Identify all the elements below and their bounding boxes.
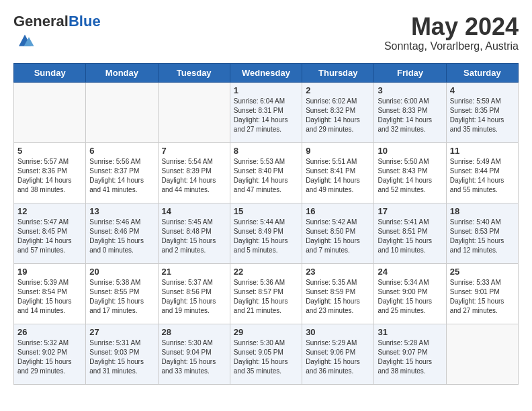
day-info: Sunrise: 5:53 AM Sunset: 8:40 PM Dayligh… [234, 157, 298, 195]
day-info: Sunrise: 5:32 AM Sunset: 9:02 PM Dayligh… [17, 338, 82, 376]
day-info: Sunrise: 5:37 AM Sunset: 8:56 PM Dayligh… [162, 278, 226, 316]
day-info: Sunrise: 5:41 AM Sunset: 8:51 PM Dayligh… [378, 218, 442, 255]
day-number: 30 [306, 327, 370, 337]
calendar-cell: 31Sunrise: 5:28 AM Sunset: 9:07 PM Dayli… [374, 324, 446, 385]
calendar-cell [14, 83, 86, 143]
calendar-cell: 25Sunrise: 5:33 AM Sunset: 9:01 PM Dayli… [446, 264, 518, 324]
calendar-cell: 8Sunrise: 5:53 AM Sunset: 8:40 PM Daylig… [230, 143, 302, 203]
day-number: 23 [306, 267, 370, 277]
day-number: 21 [162, 267, 226, 277]
weekday-header-thursday: Thursday [302, 64, 374, 83]
calendar-table: SundayMondayTuesdayWednesdayThursdayFrid… [13, 63, 519, 385]
day-info: Sunrise: 6:04 AM Sunset: 8:31 PM Dayligh… [234, 97, 298, 134]
calendar-cell: 22Sunrise: 5:36 AM Sunset: 8:57 PM Dayli… [230, 264, 302, 324]
day-number: 6 [89, 146, 154, 156]
calendar-cell [446, 324, 518, 385]
logo-general-text: General [13, 13, 69, 30]
calendar-cell: 1Sunrise: 6:04 AM Sunset: 8:31 PM Daylig… [230, 83, 302, 143]
day-number: 10 [378, 146, 442, 156]
day-info: Sunrise: 5:39 AM Sunset: 8:54 PM Dayligh… [17, 278, 82, 316]
calendar-cell: 29Sunrise: 5:30 AM Sunset: 9:05 PM Dayli… [230, 324, 302, 385]
calendar-week-row: 5Sunrise: 5:57 AM Sunset: 8:36 PM Daylig… [14, 143, 519, 203]
day-info: Sunrise: 5:33 AM Sunset: 9:01 PM Dayligh… [450, 278, 515, 316]
calendar-cell: 16Sunrise: 5:42 AM Sunset: 8:50 PM Dayli… [302, 203, 374, 264]
day-info: Sunrise: 5:45 AM Sunset: 8:48 PM Dayligh… [162, 218, 226, 255]
day-info: Sunrise: 5:34 AM Sunset: 9:00 PM Dayligh… [378, 278, 442, 316]
day-number: 19 [17, 267, 82, 277]
day-number: 24 [378, 267, 442, 277]
day-number: 9 [306, 146, 370, 156]
logo-blue-text: Blue [69, 13, 101, 30]
calendar-cell: 24Sunrise: 5:34 AM Sunset: 9:00 PM Dayli… [374, 264, 446, 324]
day-number: 16 [306, 206, 370, 216]
logo: GeneralBlue [13, 13, 101, 52]
day-number: 14 [162, 206, 226, 216]
calendar-cell: 23Sunrise: 5:35 AM Sunset: 8:59 PM Dayli… [302, 264, 374, 324]
day-number: 2 [306, 85, 370, 95]
day-info: Sunrise: 5:31 AM Sunset: 9:03 PM Dayligh… [89, 338, 154, 376]
calendar-cell: 4Sunrise: 5:59 AM Sunset: 8:35 PM Daylig… [446, 83, 518, 143]
calendar-cell: 7Sunrise: 5:54 AM Sunset: 8:39 PM Daylig… [158, 143, 230, 203]
day-number: 31 [378, 327, 442, 337]
calendar-cell: 5Sunrise: 5:57 AM Sunset: 8:36 PM Daylig… [14, 143, 86, 203]
day-number: 26 [17, 327, 82, 337]
day-info: Sunrise: 5:57 AM Sunset: 8:36 PM Dayligh… [17, 157, 82, 195]
calendar-cell [158, 83, 230, 143]
calendar-cell: 19Sunrise: 5:39 AM Sunset: 8:54 PM Dayli… [14, 264, 86, 324]
weekday-header-row: SundayMondayTuesdayWednesdayThursdayFrid… [14, 64, 519, 83]
day-number: 7 [162, 146, 226, 156]
calendar-cell: 14Sunrise: 5:45 AM Sunset: 8:48 PM Dayli… [158, 203, 230, 264]
day-info: Sunrise: 6:00 AM Sunset: 8:33 PM Dayligh… [378, 97, 442, 134]
day-number: 15 [234, 206, 298, 216]
title-block: May 2024 Sonntag, Vorarlberg, Austria [384, 13, 519, 52]
day-number: 12 [17, 206, 82, 216]
weekday-header-friday: Friday [374, 64, 446, 83]
day-info: Sunrise: 5:46 AM Sunset: 8:46 PM Dayligh… [89, 218, 154, 255]
calendar-cell: 11Sunrise: 5:49 AM Sunset: 8:44 PM Dayli… [446, 143, 518, 203]
day-info: Sunrise: 5:28 AM Sunset: 9:07 PM Dayligh… [378, 338, 442, 376]
page-header: GeneralBlue May 2024 Sonntag, Vorarlberg… [13, 13, 519, 52]
weekday-header-wednesday: Wednesday [230, 64, 302, 83]
calendar-cell: 9Sunrise: 5:51 AM Sunset: 8:41 PM Daylig… [302, 143, 374, 203]
location-title: Sonntag, Vorarlberg, Austria [384, 40, 519, 52]
day-info: Sunrise: 5:51 AM Sunset: 8:41 PM Dayligh… [306, 157, 370, 195]
calendar-cell: 10Sunrise: 5:50 AM Sunset: 8:43 PM Dayli… [374, 143, 446, 203]
day-info: Sunrise: 5:36 AM Sunset: 8:57 PM Dayligh… [234, 278, 298, 316]
day-info: Sunrise: 5:49 AM Sunset: 8:44 PM Dayligh… [450, 157, 515, 195]
day-info: Sunrise: 5:47 AM Sunset: 8:45 PM Dayligh… [17, 218, 82, 255]
day-info: Sunrise: 5:29 AM Sunset: 9:06 PM Dayligh… [306, 338, 370, 376]
calendar-cell: 13Sunrise: 5:46 AM Sunset: 8:46 PM Dayli… [86, 203, 158, 264]
weekday-header-saturday: Saturday [446, 64, 518, 83]
day-number: 17 [378, 206, 442, 216]
day-info: Sunrise: 6:02 AM Sunset: 8:32 PM Dayligh… [306, 97, 370, 134]
calendar-cell: 2Sunrise: 6:02 AM Sunset: 8:32 PM Daylig… [302, 83, 374, 143]
calendar-week-row: 19Sunrise: 5:39 AM Sunset: 8:54 PM Dayli… [14, 264, 519, 324]
calendar-cell: 18Sunrise: 5:40 AM Sunset: 8:53 PM Dayli… [446, 203, 518, 264]
day-info: Sunrise: 5:44 AM Sunset: 8:49 PM Dayligh… [234, 218, 298, 255]
day-info: Sunrise: 5:42 AM Sunset: 8:50 PM Dayligh… [306, 218, 370, 255]
day-number: 28 [162, 327, 226, 337]
day-number: 18 [450, 206, 515, 216]
calendar-week-row: 12Sunrise: 5:47 AM Sunset: 8:45 PM Dayli… [14, 203, 519, 264]
day-number: 29 [234, 327, 298, 337]
day-info: Sunrise: 5:40 AM Sunset: 8:53 PM Dayligh… [450, 218, 515, 255]
calendar-cell [86, 83, 158, 143]
day-info: Sunrise: 5:38 AM Sunset: 8:55 PM Dayligh… [89, 278, 154, 316]
logo-icon [15, 30, 35, 50]
day-info: Sunrise: 5:30 AM Sunset: 9:05 PM Dayligh… [234, 338, 298, 376]
day-info: Sunrise: 5:59 AM Sunset: 8:35 PM Dayligh… [450, 97, 515, 134]
day-number: 1 [234, 85, 298, 95]
calendar-cell: 6Sunrise: 5:56 AM Sunset: 8:37 PM Daylig… [86, 143, 158, 203]
day-number: 22 [234, 267, 298, 277]
calendar-cell: 28Sunrise: 5:30 AM Sunset: 9:04 PM Dayli… [158, 324, 230, 385]
weekday-header-tuesday: Tuesday [158, 64, 230, 83]
calendar-cell: 3Sunrise: 6:00 AM Sunset: 8:33 PM Daylig… [374, 83, 446, 143]
calendar-cell: 17Sunrise: 5:41 AM Sunset: 8:51 PM Dayli… [374, 203, 446, 264]
day-info: Sunrise: 5:54 AM Sunset: 8:39 PM Dayligh… [162, 157, 226, 195]
day-number: 8 [234, 146, 298, 156]
calendar-cell: 21Sunrise: 5:37 AM Sunset: 8:56 PM Dayli… [158, 264, 230, 324]
day-info: Sunrise: 5:56 AM Sunset: 8:37 PM Dayligh… [89, 157, 154, 195]
day-number: 3 [378, 85, 442, 95]
calendar-cell: 12Sunrise: 5:47 AM Sunset: 8:45 PM Dayli… [14, 203, 86, 264]
day-number: 20 [89, 267, 154, 277]
